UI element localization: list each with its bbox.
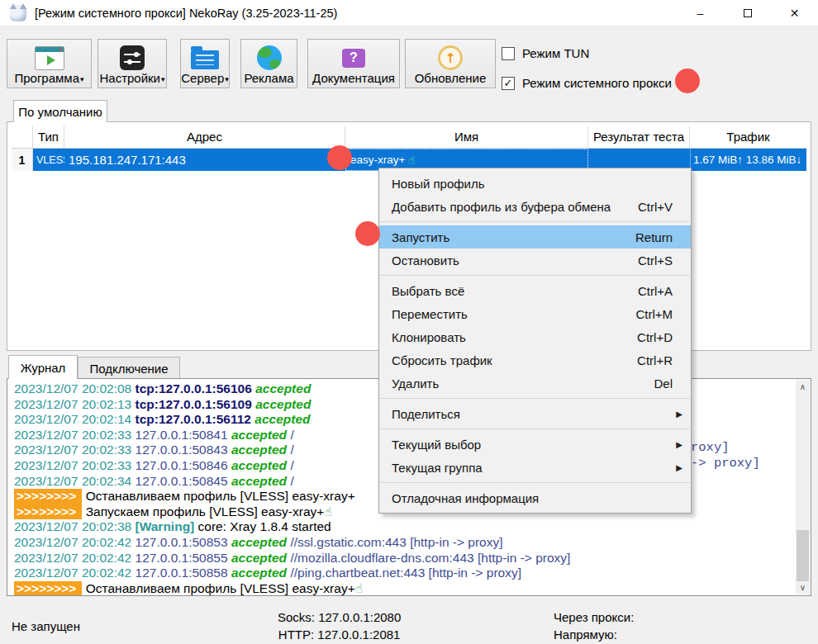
header-name[interactable]: Имя bbox=[345, 125, 588, 148]
hand-icon: ☝ bbox=[407, 154, 415, 167]
menu-item-остановить[interactable]: ОстановитьCtrl+S bbox=[379, 249, 691, 272]
checkbox-checked-icon: ✓ bbox=[502, 77, 515, 90]
status-socks: Socks: 127.0.0.1:2080 bbox=[278, 608, 401, 626]
scroll-down-icon[interactable]: ∨ bbox=[796, 580, 810, 594]
maximize-button[interactable] bbox=[724, 0, 771, 26]
submenu-arrow-icon: ▶ bbox=[676, 440, 682, 449]
row-name-text: easy-xray+ bbox=[350, 154, 405, 166]
menu-item-добавить-профиль-из-буфера-обмена[interactable]: Добавить профиль из буфера обменаCtrl+V bbox=[379, 195, 691, 218]
menu-shortcut: Ctrl+R bbox=[637, 353, 682, 367]
row-type-cell[interactable]: VLESS bbox=[33, 149, 64, 171]
menu-shortcut: Del bbox=[654, 376, 682, 391]
documentation-button-label: Документация bbox=[312, 72, 395, 85]
group-tab-default[interactable]: По умолчанию bbox=[13, 100, 107, 122]
log-segment: / bbox=[290, 443, 293, 457]
log-segment: 2023/12/07 20:02:13 bbox=[14, 397, 136, 411]
log-segment: accepted bbox=[255, 381, 311, 395]
log-segment: / bbox=[290, 428, 293, 442]
menu-item-label: Клонировать bbox=[392, 330, 637, 344]
menu-item-новый-профиль[interactable]: Новый профиль bbox=[379, 172, 691, 195]
log-segment: 2023/12/07 20:02:33 bbox=[14, 458, 136, 472]
log-segment: / bbox=[290, 458, 293, 472]
close-icon: ✕ bbox=[790, 7, 800, 20]
menu-item-выбрать-всё[interactable]: Выбрать всёCtrl+A bbox=[379, 279, 691, 302]
settings-sliders-icon bbox=[120, 45, 145, 71]
system-proxy-label: Режим системного прокси bbox=[522, 76, 672, 90]
log-line: 2023/12/07 20:02:38 [Warning] core: Xray… bbox=[14, 519, 794, 535]
log-line-fragment: roxy] bbox=[691, 440, 730, 456]
minimize-button[interactable]: – bbox=[677, 0, 724, 26]
log-chevron-marker: >>>>>>>> bbox=[14, 489, 82, 504]
menu-shortcut: Return bbox=[635, 230, 682, 244]
menu-separator bbox=[380, 398, 690, 399]
maximize-icon bbox=[744, 9, 752, 17]
menu-item-текущий-выбор[interactable]: Текущий выбор▶ bbox=[379, 433, 691, 456]
header-traffic[interactable]: Трафик bbox=[690, 125, 806, 148]
toolbar: Программа▾ Настройки▾ Сервер▾ Реклама До… bbox=[7, 39, 496, 88]
globe-icon bbox=[257, 45, 282, 71]
log-segment: Останавливаем профиль [VLESS] easy-xray+ bbox=[82, 581, 354, 595]
dropdown-caret-icon: ▾ bbox=[80, 73, 84, 86]
server-button[interactable]: Сервер▾ bbox=[180, 39, 230, 88]
log-segment: Запускаем профиль [VLESS] easy-xray+ bbox=[82, 504, 324, 519]
menu-item-клонировать[interactable]: КлонироватьCtrl+D bbox=[379, 325, 691, 348]
scrollbar-thumb[interactable] bbox=[797, 530, 809, 581]
menu-shortcut: Ctrl+D bbox=[637, 330, 682, 344]
log-scrollbar[interactable]: ∧ ∨ bbox=[796, 380, 810, 594]
status-proxy-ports: Socks: 127.0.0.1:2080 HTTP: 127.0.0.1:20… bbox=[278, 608, 401, 643]
row-address-cell[interactable]: 195.181.247.171:443 bbox=[64, 149, 345, 171]
checkbox-unchecked-icon bbox=[502, 47, 515, 60]
annotation-dot bbox=[675, 69, 700, 93]
hand-icon: ☝ bbox=[324, 504, 331, 519]
ads-button-label: Реклама bbox=[244, 72, 293, 85]
question-bubble-icon bbox=[342, 45, 365, 71]
menu-item-сбросить-трафик[interactable]: Сбросить трафикCtrl+R bbox=[379, 348, 691, 372]
log-segment: 2023/12/07 20:02:08 bbox=[14, 381, 136, 395]
annotation-dot bbox=[327, 145, 352, 170]
menu-item-поделиться[interactable]: Поделиться▶ bbox=[379, 402, 691, 425]
log-line: >>>>>>>> Останавливаем профиль [VLESS] e… bbox=[14, 581, 794, 596]
header-type[interactable]: Тип bbox=[33, 125, 64, 148]
status-http: HTTP: 127.0.0.1:2081 bbox=[278, 626, 401, 643]
tun-mode-checkbox[interactable]: Режим TUN bbox=[502, 46, 589, 60]
system-proxy-checkbox[interactable]: ✓ Режим системного прокси bbox=[502, 76, 672, 90]
menu-item-текущая-группа[interactable]: Текущая группа▶ bbox=[379, 456, 691, 479]
header-row-number[interactable] bbox=[12, 125, 33, 148]
menu-item-label: Сбросить трафик bbox=[392, 353, 637, 367]
log-segment: 2023/12/07 20:02:14 bbox=[14, 412, 136, 426]
log-segment: accepted bbox=[231, 474, 291, 488]
tab-connections[interactable]: Подключение bbox=[78, 357, 180, 379]
log-line-fragment: -> proxy] bbox=[691, 456, 760, 471]
log-segment: accepted bbox=[231, 458, 291, 472]
menu-item-label: Поделиться bbox=[392, 407, 676, 421]
log-segment: accepted bbox=[231, 428, 291, 442]
tab-log[interactable]: Журнал bbox=[8, 355, 78, 379]
row-traffic-cell[interactable]: 1.67 MiB↑ 13.86 MiB↓ bbox=[690, 149, 806, 171]
menu-item-отладочная-информация[interactable]: Отладочная информация bbox=[379, 486, 691, 509]
server-button-label: Сервер bbox=[181, 72, 224, 85]
menu-item-запустить[interactable]: ЗапуститьReturn bbox=[379, 225, 691, 249]
menu-separator bbox=[380, 275, 690, 276]
program-button[interactable]: Программа▾ bbox=[7, 39, 92, 88]
header-test-result[interactable]: Результат теста bbox=[588, 125, 690, 148]
menu-item-label: Выбрать всё bbox=[392, 284, 638, 298]
scroll-up-icon[interactable]: ∧ bbox=[796, 380, 810, 394]
log-segment: //ssl.gstatic.com:443 [http-in -> proxy] bbox=[290, 535, 502, 549]
settings-button[interactable]: Настройки▾ bbox=[97, 39, 167, 88]
documentation-button[interactable]: Документация bbox=[307, 39, 400, 88]
submenu-arrow-icon: ▶ bbox=[676, 410, 682, 419]
log-segment: tcp:127.0.0.1:56109 bbox=[136, 397, 256, 411]
server-folder-icon bbox=[191, 45, 219, 71]
log-segment: / bbox=[290, 474, 293, 488]
menu-item-переместить[interactable]: ПереместитьCtrl+M bbox=[379, 302, 691, 325]
header-address[interactable]: Адрес bbox=[64, 125, 345, 148]
dropdown-caret-icon: ▾ bbox=[225, 73, 229, 86]
update-button-label: Обновление bbox=[415, 72, 487, 85]
log-chevron-marker: >>>>>>>> bbox=[14, 504, 82, 520]
menu-item-удалить[interactable]: УдалитьDel bbox=[379, 372, 691, 395]
ads-button[interactable]: Реклама bbox=[240, 39, 297, 88]
update-button[interactable]: Обновление bbox=[405, 39, 496, 88]
row-number-cell[interactable]: 1 bbox=[12, 149, 33, 171]
close-button[interactable]: ✕ bbox=[771, 0, 818, 26]
status-direct: Напрямую: bbox=[554, 626, 634, 643]
